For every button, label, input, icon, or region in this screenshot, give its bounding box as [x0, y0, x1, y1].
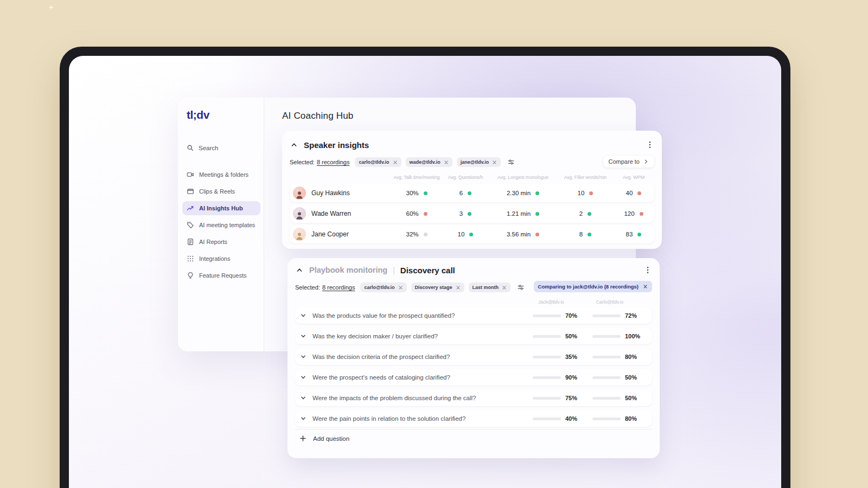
clapperboard-icon: [187, 188, 194, 195]
lightbulb-icon: [187, 272, 194, 279]
status-dot-red: [424, 212, 427, 216]
compare-to-button[interactable]: Compare to: [603, 156, 654, 168]
question-row[interactable]: Was the key decision maker / buyer clari…: [295, 328, 652, 344]
close-icon[interactable]: [456, 285, 461, 290]
tag-icon: [187, 221, 194, 229]
plus-icon: [299, 435, 307, 442]
add-question-button[interactable]: Add question: [295, 429, 652, 447]
filter-chip-jane-tldv-io[interactable]: jane@tldv.io: [457, 157, 501, 167]
status-dot-green: [424, 191, 427, 195]
avatar: [293, 228, 306, 241]
progress-label: 80%: [625, 354, 637, 360]
close-icon[interactable]: [398, 285, 403, 290]
question-row[interactable]: Were the prospect's needs of cataloging …: [295, 369, 652, 386]
chevron-down-icon[interactable]: [299, 353, 307, 361]
sidebar-item-integrations[interactable]: Integrations: [182, 252, 260, 266]
table-row[interactable]: Jane Cooper32%103.56 min883: [290, 225, 654, 243]
filter-chip-carlo-tldv-io[interactable]: carlo@tldv.io: [360, 282, 406, 292]
sidebar-item-label: Feature Requests: [199, 272, 246, 279]
speaker-name: Jane Cooper: [311, 230, 349, 238]
question-row[interactable]: Was the products value for the prospect …: [295, 307, 652, 324]
filter-chip-discovery-stage[interactable]: Discovery stage: [411, 282, 464, 292]
progress-label: 40%: [565, 415, 577, 422]
progress-track: [592, 314, 621, 317]
question-row[interactable]: Were the impacts of the problem discusse…: [295, 390, 652, 406]
progress-label: 100%: [625, 333, 640, 339]
sidebar-item-label: Integrations: [199, 255, 230, 262]
progress-track: [533, 335, 561, 338]
close-icon[interactable]: [393, 160, 398, 165]
column-label-right: Carlo@tldv.io: [596, 299, 624, 305]
filter-chip-carlo-tldv-io[interactable]: carlo@tldv.io: [355, 157, 401, 167]
filter-sliders-icon[interactable]: [517, 284, 525, 291]
progress-track: [533, 397, 561, 400]
chevron-down-icon[interactable]: [299, 394, 307, 402]
metric-cell: 120: [613, 210, 654, 217]
close-icon[interactable]: [643, 284, 648, 289]
sidebar-item-ai-meeting-templates[interactable]: AI meeting templates: [182, 218, 260, 232]
sidebar-item-ai-insights-hub[interactable]: AI Insights Hub: [182, 201, 260, 215]
progress-label: 35%: [565, 354, 577, 360]
chevron-down-icon[interactable]: [299, 312, 307, 319]
sidebar-item-feature-requests[interactable]: Feature Requests: [182, 268, 260, 282]
sidebar-item-label: AI meeting templates: [199, 222, 255, 228]
selected-count-link[interactable]: 8 recordings: [322, 284, 355, 291]
avatar: [293, 187, 306, 200]
chevron-down-icon[interactable]: [299, 415, 307, 422]
speaker-name: Guy Hawkins: [311, 189, 350, 197]
metric-value: 10: [578, 190, 585, 196]
speaker-chips: carlo@tldv.iowade@tldv.iojane@tldv.io: [355, 157, 501, 167]
avatar: [293, 207, 306, 220]
status-dot-green: [535, 191, 539, 195]
selected-count-link[interactable]: 8 recordings: [317, 159, 350, 165]
question-row[interactable]: Were the pain points in relation to the …: [295, 410, 652, 427]
speaker-table-header: Avg. Talk time/meetingAvg. Questions/hAv…: [290, 173, 654, 182]
chip-label: Discovery stage: [415, 285, 452, 290]
metric-value: 60%: [406, 210, 418, 217]
chevron-down-icon[interactable]: [299, 332, 307, 340]
report-icon: [187, 238, 194, 246]
kebab-menu-icon[interactable]: [643, 266, 652, 274]
search-label: Search: [199, 145, 218, 151]
metric-value: 10: [458, 231, 465, 237]
sidebar-item-label: Clips & Reels: [199, 188, 235, 195]
status-dot-green: [588, 212, 591, 216]
status-dot-red: [637, 191, 641, 195]
close-icon[interactable]: [444, 160, 449, 165]
playbook-title-muted: Playbook monitoring: [309, 266, 387, 274]
table-row[interactable]: Wade Warren60%31.21 min2120: [290, 204, 654, 223]
close-icon[interactable]: [502, 285, 507, 290]
progress-track: [592, 397, 621, 400]
metric-value: 2: [579, 210, 583, 217]
collapse-chevron-up-icon[interactable]: [295, 266, 304, 274]
kebab-menu-icon[interactable]: [646, 140, 654, 149]
metric-cell: 32%: [391, 231, 443, 237]
progress-right: 50%: [592, 395, 649, 401]
collapse-chevron-up-icon[interactable]: [290, 140, 298, 149]
chevron-down-icon[interactable]: [299, 374, 307, 381]
progress-right: 80%: [592, 354, 649, 360]
table-row[interactable]: Guy Hawkins30%62.30 min1040: [290, 184, 654, 202]
filter-chip-wade-tldv-io[interactable]: wade@tldv.io: [406, 157, 452, 167]
sidebar-item-label: Meetings & folders: [199, 171, 248, 178]
close-icon[interactable]: [492, 160, 497, 165]
speaker-table-rows: Guy Hawkins30%62.30 min1040Wade Warren60…: [290, 184, 654, 243]
comparing-chip[interactable]: Comparing to jack@tldv.io (8 recordings): [534, 281, 652, 292]
page-title: AI Coaching Hub: [282, 111, 354, 121]
metric-value: 8: [579, 231, 583, 237]
progress-label: 72%: [625, 312, 637, 319]
app-logo: tl;dv: [187, 108, 258, 121]
search-button[interactable]: Search: [187, 144, 258, 151]
question-row[interactable]: Was the decision criteria of the prospec…: [295, 349, 652, 365]
comparing-chip-label: Comparing to jack@tldv.io (8 recordings): [538, 284, 639, 290]
metric-cell: 6: [443, 190, 488, 196]
sidebar-item-ai-reports[interactable]: AI Reports: [182, 235, 260, 249]
sidebar-item-meetings-folders[interactable]: Meetings & folders: [182, 168, 260, 182]
filter-sliders-icon[interactable]: [507, 158, 515, 166]
speaker-insights-title: Speaker insights: [304, 140, 369, 150]
sidebar-item-clips-reels[interactable]: Clips & Reels: [182, 184, 260, 198]
column-header-avg-talk-time-meeting: Avg. Talk time/meeting: [391, 175, 443, 180]
playbook-column-labels: Jack@tldv.io Carlo@tldv.io: [295, 298, 652, 305]
search-icon: [187, 144, 194, 151]
filter-chip-last-month[interactable]: Last month: [469, 282, 511, 292]
